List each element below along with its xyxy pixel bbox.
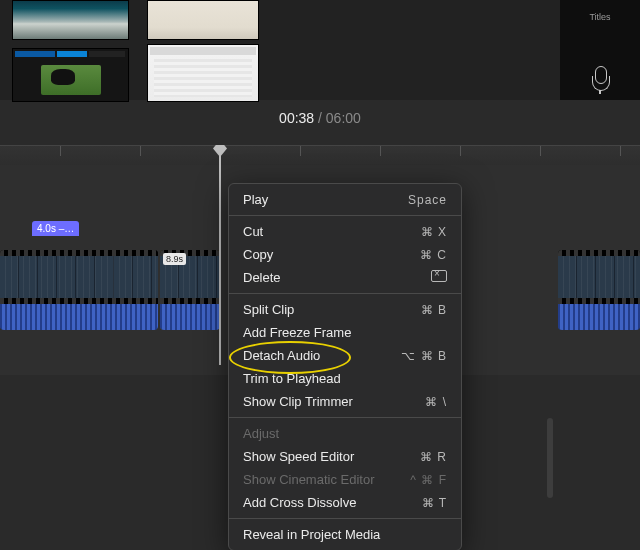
menu-item-label: Trim to Playhead bbox=[243, 371, 341, 386]
clip-trim-handle[interactable] bbox=[547, 418, 553, 498]
menu-item-dissolve[interactable]: Add Cross Dissolve⌘ T bbox=[229, 491, 461, 514]
media-browser: Titles bbox=[0, 0, 640, 100]
menu-item-delete[interactable]: Delete bbox=[229, 266, 461, 289]
menu-item-copy[interactable]: Copy⌘ C bbox=[229, 243, 461, 266]
menu-item-shortcut bbox=[431, 270, 447, 285]
timecode-current: 00:38 bbox=[279, 110, 314, 126]
timecode-separator: / bbox=[314, 110, 326, 126]
timecode-total: 06:00 bbox=[326, 110, 361, 126]
menu-item-label: Show Speed Editor bbox=[243, 449, 354, 464]
timeline-clip[interactable] bbox=[0, 250, 158, 330]
menu-item-shortcut: ^ ⌘ F bbox=[410, 473, 447, 487]
menu-separator bbox=[229, 215, 461, 216]
menu-item-trimmer[interactable]: Show Clip Trimmer⌘ \ bbox=[229, 390, 461, 413]
menu-separator bbox=[229, 518, 461, 519]
menu-item-shortcut: Space bbox=[408, 193, 447, 207]
menu-item-adjust: Adjust bbox=[229, 422, 461, 445]
menu-item-detach[interactable]: Detach Audio⌥ ⌘ B bbox=[229, 344, 461, 367]
menu-item-label: Add Freeze Frame bbox=[243, 325, 351, 340]
browser-thumbnail[interactable] bbox=[12, 0, 129, 40]
menu-item-freeze[interactable]: Add Freeze Frame bbox=[229, 321, 461, 344]
menu-item-shortcut: ⌘ X bbox=[421, 225, 447, 239]
timecode-display: 00:38 / 06:00 bbox=[0, 110, 640, 140]
connected-clip-chip[interactable]: 4.0s –… bbox=[32, 221, 79, 236]
browser-thumbnail[interactable] bbox=[12, 48, 129, 102]
microphone-icon[interactable] bbox=[592, 66, 608, 94]
menu-item-label: Split Clip bbox=[243, 302, 294, 317]
menu-item-speed[interactable]: Show Speed Editor⌘ R bbox=[229, 445, 461, 468]
menu-item-label: Delete bbox=[243, 270, 281, 285]
menu-item-shortcut: ⌘ \ bbox=[425, 395, 447, 409]
menu-item-shortcut: ⌘ T bbox=[422, 496, 447, 510]
browser-thumbnail[interactable] bbox=[147, 0, 259, 40]
menu-item-label: Show Cinematic Editor bbox=[243, 472, 375, 487]
menu-item-shortcut: ⌘ R bbox=[420, 450, 447, 464]
side-panel: Titles bbox=[560, 0, 640, 100]
menu-item-shortcut: ⌥ ⌘ B bbox=[401, 349, 447, 363]
menu-item-label: Add Cross Dissolve bbox=[243, 495, 356, 510]
menu-item-label: Cut bbox=[243, 224, 263, 239]
menu-item-label: Reveal in Project Media bbox=[243, 527, 380, 542]
menu-item-label: Detach Audio bbox=[243, 348, 320, 363]
menu-item-shortcut: ⌘ B bbox=[421, 303, 447, 317]
clip-duration-badge: 8.9s bbox=[163, 253, 186, 265]
browser-thumbnail[interactable] bbox=[147, 44, 259, 102]
menu-item-play[interactable]: PlaySpace bbox=[229, 188, 461, 211]
menu-item-label: Adjust bbox=[243, 426, 279, 441]
menu-item-cut[interactable]: Cut⌘ X bbox=[229, 220, 461, 243]
menu-separator bbox=[229, 417, 461, 418]
menu-item-reveal[interactable]: Reveal in Project Media bbox=[229, 523, 461, 546]
context-menu: PlaySpaceCut⌘ XCopy⌘ CDeleteSplit Clip⌘ … bbox=[228, 183, 462, 550]
timeline-ruler[interactable] bbox=[0, 145, 640, 166]
menu-item-shortcut: ⌘ C bbox=[420, 248, 447, 262]
menu-item-cinematic: Show Cinematic Editor^ ⌘ F bbox=[229, 468, 461, 491]
menu-separator bbox=[229, 293, 461, 294]
menu-item-label: Show Clip Trimmer bbox=[243, 394, 353, 409]
connected-clip-label: 4.0s –… bbox=[37, 223, 74, 234]
menu-item-trim[interactable]: Trim to Playhead bbox=[229, 367, 461, 390]
timeline-clip[interactable] bbox=[558, 250, 640, 330]
menu-item-split[interactable]: Split Clip⌘ B bbox=[229, 298, 461, 321]
menu-item-label: Copy bbox=[243, 247, 273, 262]
timeline-clip-selected[interactable]: 8.9s bbox=[160, 250, 220, 330]
side-panel-label: Titles bbox=[560, 12, 640, 22]
menu-item-label: Play bbox=[243, 192, 268, 207]
